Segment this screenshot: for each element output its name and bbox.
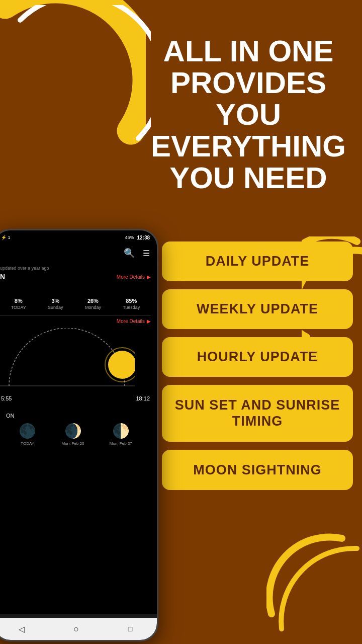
phone-content: updated over a year ago N More Details ▶… [0, 262, 157, 614]
weather-icon-0: ☂ [14, 285, 23, 297]
weekly-update-button[interactable]: WEEKLY UPDATE [162, 289, 353, 329]
top-arc-white [5, 5, 151, 151]
moon-icon-0: 🌑 [19, 423, 36, 439]
weather-day-label-2: Monday [85, 305, 101, 310]
daily-update-button[interactable]: DAILY UPDATE [162, 242, 353, 281]
recents-nav-btn[interactable]: □ [128, 625, 132, 633]
weather-pct-3: 85% [126, 298, 137, 304]
svg-point-1 [108, 351, 135, 379]
moon-sighting-label: MOON SIGHTNING [193, 462, 322, 477]
moon-phase-label-0: TODAY [21, 441, 34, 446]
weather-icon-2: ☂ [88, 285, 98, 297]
weather-days-row: ☂ 8% TODAY ☂ 3% Sunday ☂ 26% Monday ☂ 85… [0, 285, 151, 310]
app-header: 🔍 ☰ [0, 245, 157, 262]
back-nav-btn[interactable]: ◁ [19, 624, 25, 634]
hourly-update-button[interactable]: HOURLY UPDATE [162, 337, 353, 377]
hero-text: ALL IN ONE PROVIDES YOU EVERYTHING YOU N… [143, 35, 354, 194]
more-details-text-1: More Details [117, 274, 145, 280]
weather-header: N More Details ▶ [0, 273, 151, 281]
bottom-right-arc [266, 533, 362, 634]
moon-phase-2: 🌓 Mon, Feb 27 [110, 423, 132, 446]
sun-arc-svg [0, 328, 135, 391]
moon-label: ON [6, 413, 145, 419]
moon-phase-label-1: Mon, Feb 20 [62, 441, 84, 446]
feature-buttons-container: DAILY UPDATE WEEKLY UPDATE HOURLY UPDATE… [162, 242, 353, 490]
weather-pct-0: 8% [15, 298, 23, 304]
hourly-update-label: HOURLY UPDATE [197, 349, 318, 364]
more-details-2[interactable]: More Details ▶ [0, 318, 151, 324]
phone-mockup: ⚡ 1 46% 12:38 🔍 ☰ updated over a year ag… [0, 229, 158, 641]
daily-update-label: DAILY UPDATE [206, 254, 310, 269]
sunrise-timing-button[interactable]: SUN SET AND SUNRISE TIMING [162, 385, 353, 442]
battery-indicator: 46% [125, 235, 134, 240]
weather-day-label-1: Sunday [48, 305, 63, 310]
moon-icon-2: 🌓 [112, 423, 130, 439]
weather-day-label-0: TODAY [11, 305, 26, 310]
sun-times: 5:55 18:12 [1, 395, 150, 401]
more-details-1[interactable]: More Details ▶ [117, 274, 151, 280]
weather-icon-3: ☂ [127, 285, 136, 297]
weather-icon-1: ☂ [51, 285, 60, 297]
updated-text: updated over a year ago [0, 266, 151, 271]
sunset-time: 18:12 [136, 395, 150, 401]
clock: 12:38 [137, 235, 150, 240]
weather-pct-1: 3% [51, 298, 59, 304]
moon-phase-0: 🌑 TODAY [19, 423, 36, 446]
more-details-text-2: More Details [117, 318, 145, 324]
sunrise-timing-label: SUN SET AND SUNRISE TIMING [175, 397, 340, 429]
weather-day-1: ☂ 3% Sunday [48, 285, 63, 310]
location-initial: N [0, 273, 5, 281]
weather-day-label-3: Tuesday [123, 305, 140, 310]
weather-pct-2: 26% [87, 298, 99, 304]
arrow-icon-2: ▶ [147, 318, 151, 324]
menu-icon[interactable]: ☰ [143, 249, 150, 258]
moon-phase-label-2: Mon, Feb 27 [110, 441, 132, 446]
moon-section: ON 🌑 TODAY 🌒 Mon, Feb 20 🌓 Mon, Feb 27 [0, 409, 151, 450]
status-right: 46% 12:38 [125, 235, 150, 240]
moon-sighting-button[interactable]: MOON SIGHTNING [162, 450, 353, 490]
home-nav-btn[interactable]: ○ [73, 624, 79, 634]
status-left: ⚡ 1 [1, 235, 11, 240]
weather-day-2: ☂ 26% Monday [85, 285, 101, 310]
moon-phases-row: 🌑 TODAY 🌒 Mon, Feb 20 🌓 Mon, Feb 27 [6, 423, 145, 446]
weekly-update-label: WEEKLY UPDATE [197, 301, 318, 316]
status-bar: ⚡ 1 46% 12:38 [0, 230, 157, 245]
weather-day-0: ☂ 8% TODAY [11, 285, 26, 310]
weather-day-3: ☂ 85% Tuesday [123, 285, 140, 310]
arrow-icon-1: ▶ [147, 274, 151, 280]
sun-section: 5:55 18:12 [0, 328, 157, 409]
sunrise-time: 5:55 [1, 395, 12, 401]
search-icon[interactable]: 🔍 [124, 248, 135, 259]
phone-nav-bar: ◁ ○ □ [0, 618, 157, 640]
moon-phase-1: 🌒 Mon, Feb 20 [62, 423, 84, 446]
moon-icon-1: 🌒 [64, 423, 82, 439]
divider-1 [0, 315, 151, 315]
